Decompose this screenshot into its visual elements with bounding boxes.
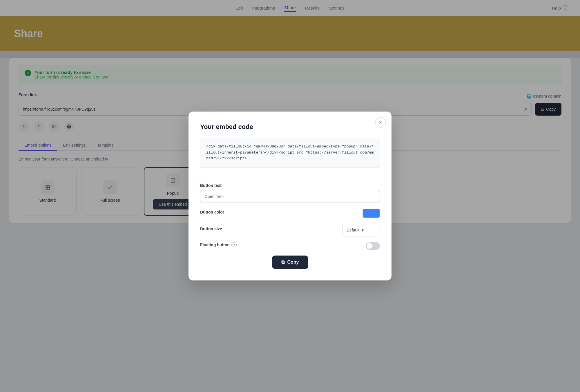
floating-button-row: Floating button ? bbox=[200, 242, 380, 250]
modal-copy-label: Copy bbox=[287, 260, 299, 265]
copy-icon-large: ⧉ bbox=[281, 260, 284, 265]
button-size-label: Button size bbox=[200, 227, 222, 231]
modal-divider bbox=[200, 176, 380, 176]
chevron-down-icon: ▾ bbox=[362, 228, 364, 232]
button-color-label: Button color bbox=[200, 210, 224, 214]
embed-code-block: <div data-fillout-id="gmN4JPU9q2us" data… bbox=[200, 138, 380, 168]
modal-close-button[interactable]: × bbox=[375, 117, 386, 128]
button-size-row: Button size Default ▾ bbox=[200, 224, 380, 236]
modal-copy-button[interactable]: ⧉ Copy bbox=[272, 256, 308, 269]
floating-button-text: Floating button bbox=[200, 243, 230, 247]
embed-code-modal: × Your embed code <div data-fillout-id="… bbox=[188, 112, 392, 280]
modal-title: Your embed code bbox=[200, 123, 380, 131]
modal-overlay[interactable]: × Your embed code <div data-fillout-id="… bbox=[0, 0, 580, 392]
button-text-label: Button text bbox=[200, 183, 380, 188]
button-text-input[interactable] bbox=[200, 190, 380, 203]
button-size-select[interactable]: Default ▾ bbox=[342, 224, 380, 236]
toggle-knob bbox=[367, 243, 373, 249]
floating-button-help-icon[interactable]: ? bbox=[231, 242, 237, 247]
floating-button-toggle[interactable] bbox=[366, 242, 380, 250]
floating-button-label: Floating button ? bbox=[200, 242, 237, 247]
button-color-row: Button color bbox=[200, 209, 380, 218]
button-text-group: Button text bbox=[200, 183, 380, 203]
button-color-swatch[interactable] bbox=[362, 209, 380, 218]
button-size-value: Default bbox=[347, 228, 359, 232]
